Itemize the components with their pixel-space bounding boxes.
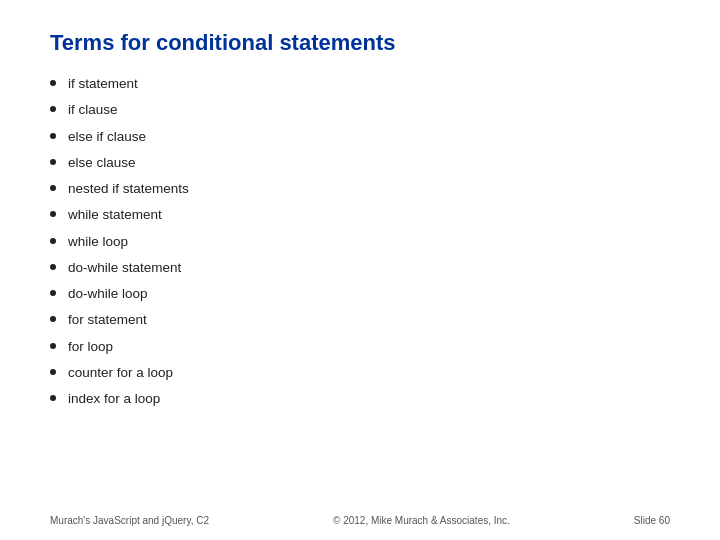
list-item: for loop	[50, 337, 670, 357]
bullet-dot-icon	[50, 211, 56, 217]
list-item-label: do-while loop	[68, 284, 148, 304]
bullet-dot-icon	[50, 106, 56, 112]
bullet-dot-icon	[50, 290, 56, 296]
footer-left: Murach's JavaScript and jQuery, C2	[50, 515, 209, 526]
list-item-label: index for a loop	[68, 389, 160, 409]
list-item: counter for a loop	[50, 363, 670, 383]
footer-right: Slide 60	[634, 515, 670, 526]
list-item: while loop	[50, 232, 670, 252]
footer-center: © 2012, Mike Murach & Associates, Inc.	[333, 515, 510, 526]
list-item-label: nested if statements	[68, 179, 189, 199]
bullet-dot-icon	[50, 264, 56, 270]
list-item: do-while loop	[50, 284, 670, 304]
list-item: else clause	[50, 153, 670, 173]
bullet-dot-icon	[50, 316, 56, 322]
slide: Terms for conditional statements if stat…	[0, 0, 720, 540]
list-item: nested if statements	[50, 179, 670, 199]
list-item-label: while statement	[68, 205, 162, 225]
list-item: for statement	[50, 310, 670, 330]
list-item-label: for loop	[68, 337, 113, 357]
bullet-dot-icon	[50, 133, 56, 139]
bullet-dot-icon	[50, 159, 56, 165]
list-item-label: else if clause	[68, 127, 146, 147]
bullet-dot-icon	[50, 238, 56, 244]
list-item: while statement	[50, 205, 670, 225]
list-item-label: if statement	[68, 74, 138, 94]
bullet-dot-icon	[50, 80, 56, 86]
list-item-label: while loop	[68, 232, 128, 252]
bullet-dot-icon	[50, 369, 56, 375]
list-item: index for a loop	[50, 389, 670, 409]
footer: Murach's JavaScript and jQuery, C2 © 201…	[0, 515, 720, 526]
list-item-label: for statement	[68, 310, 147, 330]
bullet-dot-icon	[50, 185, 56, 191]
bullet-list: if statementif clauseelse if clauseelse …	[50, 74, 670, 415]
list-item: do-while statement	[50, 258, 670, 278]
list-item: if clause	[50, 100, 670, 120]
list-item-label: if clause	[68, 100, 118, 120]
bullet-dot-icon	[50, 395, 56, 401]
slide-title: Terms for conditional statements	[50, 30, 670, 56]
list-item: if statement	[50, 74, 670, 94]
list-item-label: do-while statement	[68, 258, 181, 278]
list-item-label: counter for a loop	[68, 363, 173, 383]
list-item-label: else clause	[68, 153, 136, 173]
bullet-dot-icon	[50, 343, 56, 349]
list-item: else if clause	[50, 127, 670, 147]
